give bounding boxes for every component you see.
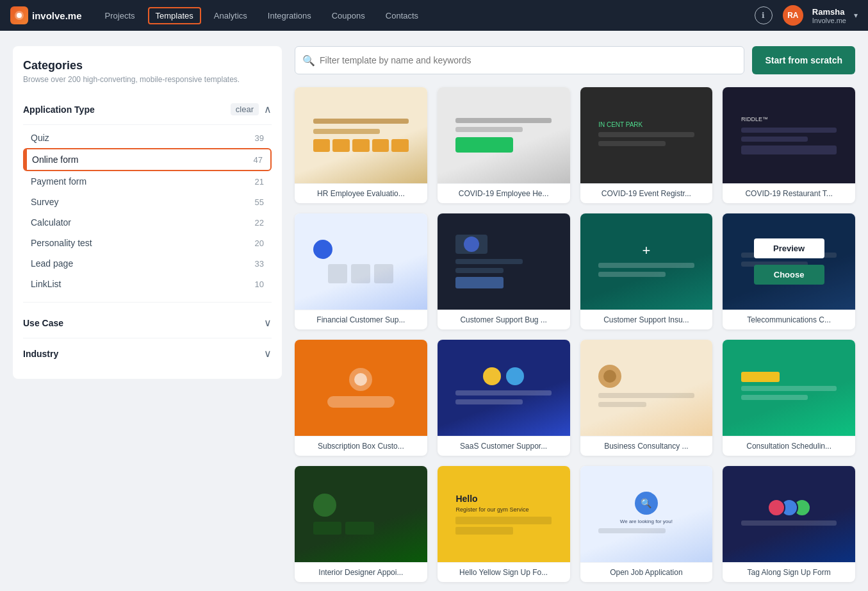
application-type-section: Application Type clear ∧ Quiz 39 Online … (23, 97, 272, 294)
template-card-openjob[interactable]: 🔍 We are looking for you! Preview Choose… (580, 466, 713, 582)
filter-calculator-count: 22 (255, 218, 264, 228)
template-card-saas[interactable]: Preview Choose SaaS Customer Suppor... (438, 340, 570, 456)
template-thumbnail-financial: Preview Choose (295, 213, 427, 310)
preview-openjob-button[interactable]: Preview (611, 491, 682, 511)
section-divider (23, 124, 272, 125)
filter-survey[interactable]: Survey 55 (23, 192, 272, 212)
start-from-scratch-button[interactable]: Start from scratch (752, 46, 855, 74)
application-type-header[interactable]: Application Type clear ∧ (23, 97, 272, 122)
choose-consult-button[interactable]: Choose (754, 391, 824, 411)
nav-analytics[interactable]: Analytics (206, 7, 255, 24)
preview-interior-button[interactable]: Preview (325, 491, 396, 511)
choose-hello-button[interactable]: Choose (468, 517, 539, 537)
filter-linklist[interactable]: LinkList 10 (23, 274, 272, 294)
choose-business-button[interactable]: Choose (611, 391, 682, 411)
template-thumbnail-csins: + Preview Choose (580, 213, 713, 310)
template-label-covid1: COVID-19 Employee He... (438, 183, 570, 203)
use-case-chevron: ∨ (264, 317, 272, 329)
template-card-business[interactable]: Preview Choose Business Consultancy ... (580, 340, 713, 456)
template-thumbnail-business: Preview Choose (580, 340, 713, 436)
filter-lead-page[interactable]: Lead page 33 (23, 253, 272, 274)
choose-subscription-button[interactable]: Choose (325, 391, 396, 411)
use-case-title: Use Case (23, 318, 63, 328)
template-card-financial[interactable]: Preview Choose Financial Customer Sup... (295, 213, 427, 329)
industry-chevron: ∨ (264, 347, 272, 360)
template-card-csins[interactable]: + Preview Choose Customer Support Insu..… (580, 213, 713, 329)
template-card-subscription[interactable]: Preview Choose Subscription Box Custo... (295, 340, 427, 456)
template-card-hr[interactable]: Preview Choose HR Employee Evaluatio... (295, 87, 427, 203)
template-thumbnail-covid3: RIDDLE™ Preview Choose (723, 87, 855, 183)
preview-business-button[interactable]: Preview (611, 365, 682, 385)
search-input[interactable] (295, 46, 744, 74)
avatar: RA (783, 5, 803, 26)
nav-coupons[interactable]: Coupons (324, 7, 373, 24)
template-card-interior[interactable]: Preview Choose Interior Designer Appoi..… (295, 466, 427, 582)
choose-saas-button[interactable]: Choose (468, 391, 539, 411)
filter-survey-label: Survey (31, 197, 59, 207)
filter-lead-page-label: Lead page (31, 258, 73, 269)
template-label-consult: Consultation Schedulin... (723, 436, 855, 456)
preview-financial-button[interactable]: Preview (325, 238, 396, 258)
choose-csbug-button[interactable]: Choose (468, 265, 539, 285)
template-card-tagalong[interactable]: Preview Choose Tag Along Sign Up Form (723, 466, 855, 582)
choose-hr-button[interactable]: Choose (325, 138, 396, 158)
preview-csins-button[interactable]: Preview (611, 238, 682, 258)
choose-telecom-button[interactable]: Choose (754, 265, 824, 285)
industry-title: Industry (23, 349, 58, 359)
divider-2 (23, 302, 272, 303)
template-thumbnail-tagalong: Preview Choose (723, 466, 855, 562)
filter-quiz[interactable]: Quiz 39 (23, 128, 272, 148)
info-icon[interactable]: ℹ (755, 6, 773, 24)
template-thumbnail-telecom: Preview Choose (723, 213, 855, 310)
choose-tagalong-button[interactable]: Choose (754, 517, 824, 537)
choose-financial-button[interactable]: Choose (325, 265, 396, 285)
template-label-csins: Customer Support Insu... (580, 310, 713, 329)
template-card-covid1[interactable]: Preview Choose COVID-19 Employee He... (438, 87, 570, 203)
choose-interior-button[interactable]: Choose (325, 517, 396, 537)
nav-projects[interactable]: Projects (97, 7, 143, 24)
nav-templates[interactable]: Templates (148, 7, 201, 24)
preview-covid1-button[interactable]: Preview (468, 112, 539, 132)
template-card-hello[interactable]: Hello Register for our gym Service Previ… (438, 466, 570, 582)
preview-hr-button[interactable]: Preview (325, 112, 396, 132)
template-card-telecom[interactable]: Preview Choose Telecommunications C... (723, 213, 855, 329)
template-thumbnail-openjob: 🔍 We are looking for you! Preview Choose (580, 466, 713, 562)
active-indicator (24, 149, 27, 170)
template-thumbnail-hello: Hello Register for our gym Service Previ… (438, 466, 570, 562)
preview-csbug-button[interactable]: Preview (468, 238, 539, 258)
filter-online-form[interactable]: Online form 47 (23, 148, 272, 171)
preview-telecom-button[interactable]: Preview (754, 238, 824, 258)
use-case-section[interactable]: Use Case ∨ (23, 310, 272, 335)
svg-point-1 (17, 13, 22, 18)
template-card-covid3[interactable]: RIDDLE™ Preview Choose COVID-19 Restaura… (723, 87, 855, 203)
filter-payment-form[interactable]: Payment form 21 (23, 171, 272, 192)
categories-subtitle: Browse over 200 high-converting, mobile-… (23, 75, 272, 84)
choose-csins-button[interactable]: Choose (611, 265, 682, 285)
template-thumbnail-subscription: Preview Choose (295, 340, 427, 436)
choose-covid1-button[interactable]: Choose (468, 138, 539, 158)
preview-hello-button[interactable]: Preview (468, 491, 539, 511)
template-label-business: Business Consultancy ... (580, 436, 713, 456)
preview-saas-button[interactable]: Preview (468, 365, 539, 385)
template-card-csbug[interactable]: Preview Choose Customer Support Bug ... (438, 213, 570, 329)
nav-integrations[interactable]: Integrations (260, 7, 319, 24)
filter-calculator[interactable]: Calculator 22 (23, 212, 272, 233)
preview-covid2-button[interactable]: Preview (611, 112, 682, 132)
template-label-openjob: Open Job Application (580, 562, 713, 582)
template-card-consult[interactable]: Preview Choose Consultation Schedulin... (723, 340, 855, 456)
industry-section[interactable]: Industry ∨ (23, 341, 272, 366)
template-card-covid2[interactable]: IN CENT PARK Preview Choose COVID-19 Eve… (580, 87, 713, 203)
filter-personality-test[interactable]: Personality test 20 (23, 233, 272, 253)
preview-covid3-button[interactable]: Preview (754, 112, 824, 132)
logo-text: involve.me (32, 10, 82, 21)
divider-3 (23, 338, 272, 338)
choose-covid3-button[interactable]: Choose (754, 138, 824, 158)
preview-subscription-button[interactable]: Preview (325, 365, 396, 385)
clear-button[interactable]: clear (231, 103, 259, 115)
choose-openjob-button[interactable]: Choose (611, 517, 682, 537)
choose-covid2-button[interactable]: Choose (611, 138, 682, 158)
preview-consult-button[interactable]: Preview (754, 365, 824, 385)
nav-contacts[interactable]: Contacts (378, 7, 426, 24)
user-menu-chevron[interactable]: ▾ (854, 11, 858, 20)
logo[interactable]: involve.me (10, 6, 82, 24)
